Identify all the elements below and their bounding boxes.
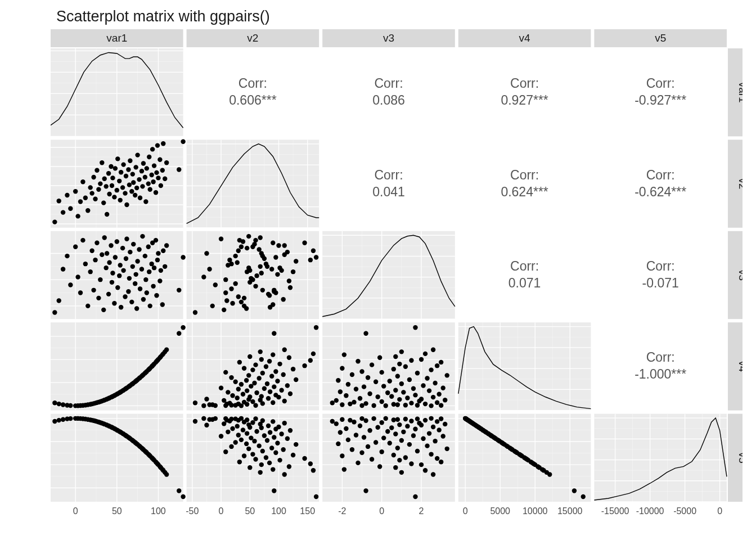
scatter-point bbox=[581, 494, 586, 499]
panel-var1-var1 bbox=[51, 48, 183, 136]
scatter-point bbox=[91, 175, 96, 179]
scatter-point bbox=[397, 458, 402, 462]
scatter-point bbox=[271, 352, 275, 357]
scatter-point bbox=[377, 464, 382, 469]
scatter-point bbox=[88, 185, 92, 190]
scatter-point bbox=[164, 160, 169, 165]
scatter-point bbox=[73, 189, 78, 194]
scatter-point bbox=[156, 176, 160, 180]
scatter-point bbox=[119, 170, 123, 174]
scatter-point bbox=[302, 241, 307, 245]
scatter-point bbox=[336, 378, 340, 382]
scatter-point bbox=[253, 403, 258, 408]
scatter-point bbox=[352, 420, 356, 424]
scatter-point bbox=[384, 403, 388, 408]
scatter-point bbox=[409, 400, 413, 405]
scatter-point bbox=[235, 395, 240, 400]
scatter-point bbox=[370, 457, 374, 461]
scatter-point bbox=[115, 188, 119, 192]
scatter-point bbox=[226, 263, 230, 267]
scatter-point bbox=[250, 245, 255, 249]
panel-v5-v2 bbox=[187, 414, 320, 502]
corr-value: 0.606*** bbox=[229, 93, 276, 107]
scatter-point bbox=[352, 400, 356, 404]
scatter-point bbox=[233, 440, 237, 444]
scatter-point bbox=[403, 455, 408, 460]
svg-rect-15 bbox=[187, 48, 320, 136]
scatter-point bbox=[354, 433, 358, 437]
scatter-point bbox=[127, 276, 132, 281]
scatter-point bbox=[415, 416, 420, 421]
scatter-point bbox=[104, 184, 108, 188]
scatter-point bbox=[334, 398, 339, 403]
scatter-point bbox=[393, 465, 398, 470]
scatter-point bbox=[110, 176, 115, 180]
scatter-point bbox=[264, 262, 268, 266]
scatter-point bbox=[110, 183, 114, 188]
scatter-point bbox=[425, 376, 429, 380]
scatter-point bbox=[151, 179, 155, 184]
scatter-point bbox=[226, 430, 230, 434]
scatter-point bbox=[164, 243, 169, 248]
scatter-point bbox=[201, 416, 206, 421]
scatter-point bbox=[115, 156, 120, 161]
scatter-point bbox=[281, 447, 285, 452]
scatter-point bbox=[177, 488, 181, 493]
scatter-point bbox=[346, 382, 350, 386]
x-tick-label: 5000 bbox=[490, 506, 510, 516]
scatter-point bbox=[227, 400, 232, 405]
scatter-point bbox=[223, 290, 228, 295]
scatter-point bbox=[356, 359, 360, 363]
scatter-point bbox=[338, 430, 343, 435]
scatter-point bbox=[213, 282, 218, 287]
svg-rect-18 bbox=[594, 48, 727, 136]
scatter-point bbox=[277, 362, 282, 366]
x-tick-label: 50 bbox=[245, 506, 255, 516]
scatter-point bbox=[379, 449, 384, 454]
panel-v2-v2 bbox=[187, 140, 320, 227]
scatter-point bbox=[436, 392, 441, 397]
scatter-point bbox=[107, 260, 111, 265]
scatter-point bbox=[227, 258, 232, 262]
scatter-point bbox=[259, 251, 264, 255]
scatter-point bbox=[177, 331, 181, 336]
scatter-point bbox=[275, 440, 280, 445]
x-tick-label: 2 bbox=[419, 506, 424, 516]
scatter-point bbox=[239, 300, 244, 304]
scatter-point bbox=[244, 442, 249, 446]
scatter-point bbox=[423, 402, 428, 406]
scatter-point bbox=[397, 397, 402, 402]
scatter-point bbox=[113, 166, 118, 170]
scatter-point bbox=[282, 243, 287, 248]
scatter-point bbox=[88, 269, 92, 274]
scatter-point bbox=[282, 421, 287, 425]
scatter-point bbox=[407, 377, 412, 382]
scatter-point bbox=[123, 191, 127, 195]
scatter-point bbox=[377, 356, 382, 360]
scatter-point bbox=[429, 367, 433, 372]
corr-label: Corr: bbox=[374, 76, 403, 91]
scatter-point bbox=[130, 172, 135, 176]
scatter-point bbox=[259, 394, 264, 398]
scatter-point bbox=[362, 384, 366, 389]
x-tick-label: -15000 bbox=[601, 506, 629, 516]
scatter-point bbox=[224, 298, 229, 303]
scatter-point bbox=[233, 281, 237, 286]
scatter-point bbox=[89, 249, 94, 253]
scatter-point bbox=[254, 390, 259, 395]
scatter-point bbox=[124, 202, 129, 207]
scatter-point bbox=[330, 400, 335, 405]
scatter-point bbox=[267, 359, 272, 363]
x-tick-label: 50 bbox=[112, 506, 122, 516]
corr-value: -0.927*** bbox=[634, 93, 686, 107]
scatter-point bbox=[201, 274, 206, 279]
scatter-point bbox=[177, 288, 181, 292]
x-tick-label: 15000 bbox=[557, 506, 583, 516]
scatter-point bbox=[112, 195, 116, 199]
scatter-point bbox=[340, 402, 344, 407]
scatter-point bbox=[101, 200, 106, 205]
scatter-point bbox=[338, 389, 343, 394]
scatter-point bbox=[374, 440, 378, 444]
scatter-point bbox=[370, 362, 374, 367]
scatter-point bbox=[363, 331, 368, 336]
